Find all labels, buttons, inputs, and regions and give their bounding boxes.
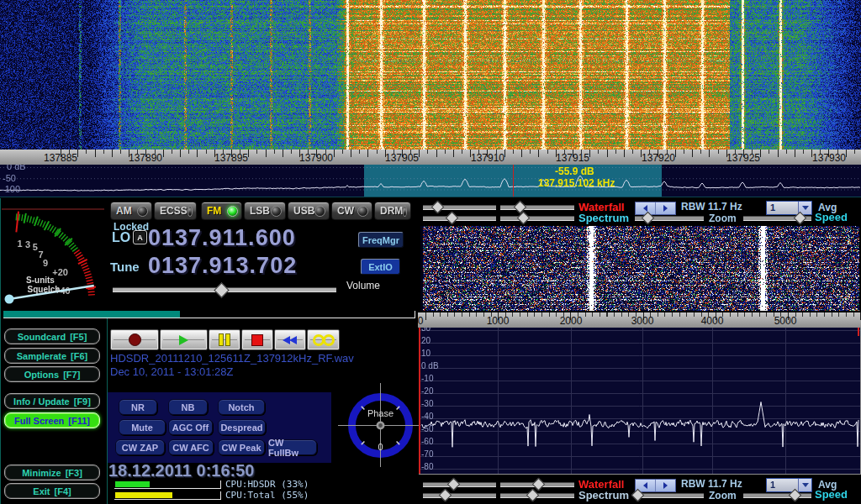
- wav-filename: HDSDR_20111210_125611Z_137912kHz_RF.wav: [110, 352, 354, 365]
- waterfall-contrast-slider-2[interactable]: [500, 479, 574, 490]
- slider-thumb[interactable]: [446, 212, 459, 225]
- slider-thumb[interactable]: [641, 212, 654, 225]
- mode-lsb-button[interactable]: LSB: [244, 202, 286, 220]
- mode-ecss-button[interactable]: ECSS: [154, 202, 197, 220]
- pause-button[interactable]: [209, 329, 240, 350]
- spectrum-range-slider[interactable]: [500, 213, 574, 223]
- phase-value: 0: [338, 442, 423, 452]
- mute-button[interactable]: Mute: [119, 419, 166, 435]
- slider-thumb[interactable]: [631, 489, 645, 502]
- audio-waterfall-display[interactable]: [420, 226, 859, 311]
- cw-zap-button[interactable]: CW ZAP: [115, 439, 165, 455]
- spectrum-range-slider-2[interactable]: [500, 490, 574, 501]
- af-db-label: -60: [421, 437, 433, 446]
- button-fkey: [F7]: [63, 370, 80, 380]
- rewind-button[interactable]: [274, 329, 306, 350]
- stop-button[interactable]: [241, 329, 273, 350]
- speed-slider[interactable]: [743, 213, 811, 223]
- cw-peak-button[interactable]: CW Peak: [218, 439, 265, 455]
- squelch-label: Squelch: [0, 285, 87, 294]
- spectrum-gain-slider-2[interactable]: [423, 490, 496, 501]
- slider-thumb[interactable]: [517, 212, 531, 225]
- options-button[interactable]: Options[F7]: [4, 366, 100, 382]
- speed-label: Speed: [815, 211, 848, 223]
- waterfall-brightness-slider-2[interactable]: [423, 479, 496, 490]
- cpu-hdsdr-bar: [114, 480, 221, 489]
- waterfall-contrast-slider[interactable]: [500, 202, 574, 213]
- play-button[interactable]: [160, 329, 208, 350]
- soundcard-button[interactable]: Soundcard[F5]: [4, 328, 100, 344]
- zoom-slider[interactable]: [635, 213, 704, 223]
- rf-frequency-scale[interactable]: 137885 137890 137895 137900 137905 13791…: [0, 150, 861, 165]
- lo-sync-button[interactable]: A: [133, 230, 147, 244]
- cpu-total-fill: [115, 492, 172, 498]
- slider-thumb[interactable]: [514, 201, 527, 214]
- notch-button[interactable]: Notch: [218, 399, 265, 415]
- rf-waterfall-display[interactable]: [0, 0, 861, 150]
- info-update-button[interactable]: Info / Update[F9]: [4, 393, 100, 409]
- nb-button[interactable]: NB: [168, 399, 208, 415]
- record-button[interactable]: [110, 329, 159, 350]
- slider-thumb[interactable]: [532, 478, 546, 491]
- rbw-label: RBW 11.7 Hz: [681, 201, 742, 213]
- mode-usb-button[interactable]: USB: [288, 202, 330, 220]
- full-screen-button[interactable]: Full Screen[F11]: [4, 412, 100, 428]
- rf-spectrum-display[interactable]: [0, 165, 861, 197]
- rf-freq-tick: 137920: [642, 152, 675, 164]
- chevron-down-icon: [802, 206, 809, 210]
- mode-drm-button[interactable]: DRM: [374, 202, 411, 220]
- agc-button[interactable]: AGC Off: [168, 419, 213, 435]
- arrow-left-icon: [643, 482, 647, 489]
- zoom-slider-2[interactable]: [635, 490, 704, 501]
- arrow-right-icon: [663, 205, 668, 212]
- audio-frequency-scale[interactable]: 0 1000 2000 3000 4000 5000: [418, 312, 861, 328]
- slider-thumb[interactable]: [526, 489, 540, 502]
- button-label: Exit: [33, 486, 50, 496]
- slider-thumb[interactable]: [446, 478, 460, 491]
- mode-am-button[interactable]: AM: [110, 202, 152, 220]
- minimize-button[interactable]: Minimize[F3]: [4, 465, 100, 480]
- chevron-down-icon: [802, 483, 809, 487]
- mode-fm-button[interactable]: FM: [201, 202, 242, 220]
- zoom-label: Zoom: [709, 213, 737, 224]
- stop-icon: [251, 334, 263, 346]
- audio-spectrum-display[interactable]: [419, 328, 860, 474]
- waterfall-brightness-slider[interactable]: [423, 202, 496, 213]
- freqmgr-button[interactable]: FreqMgr: [358, 232, 404, 248]
- mode-label: DRM: [380, 205, 403, 217]
- af-db-label: -70: [421, 449, 433, 459]
- cw-afc-button[interactable]: CW AFC: [168, 439, 214, 455]
- slider-thumb[interactable]: [794, 212, 807, 225]
- playback-progress-track[interactable]: [3, 311, 415, 318]
- af-db-label: 0 dB: [421, 361, 439, 370]
- lo-label: LO: [112, 230, 130, 245]
- rf-freq-tick: 137885: [44, 152, 77, 164]
- button-label: Info / Update: [13, 396, 70, 407]
- rf-freq-tick: 137930: [812, 152, 846, 164]
- slider-thumb[interactable]: [431, 201, 445, 214]
- spectrum-label-2: Spectrum: [578, 489, 629, 501]
- samplerate-button[interactable]: Samplerate[F6]: [4, 348, 100, 364]
- mode-led-icon: [188, 206, 193, 217]
- phase-label: Phase: [338, 408, 423, 418]
- speed-slider-2[interactable]: [743, 490, 811, 501]
- rf-freq-tick: 137895: [214, 152, 248, 164]
- slider-thumb[interactable]: [439, 489, 452, 502]
- rf-freq-tick: 137905: [385, 152, 419, 164]
- tune-frequency-display[interactable]: 0137.913.702: [148, 253, 297, 279]
- lo-frequency-display[interactable]: 0137.911.600: [148, 225, 296, 251]
- af-db-label: -20: [421, 386, 433, 396]
- spectrum-gain-slider[interactable]: [423, 213, 496, 223]
- nr-button[interactable]: NR: [119, 399, 157, 415]
- cw-fullbw-button[interactable]: CW FullBw: [267, 439, 317, 455]
- button-fkey: [F11]: [68, 416, 90, 426]
- loop-button[interactable]: [307, 329, 340, 350]
- slider-thumb[interactable]: [788, 489, 801, 502]
- slider-thumb[interactable]: [214, 282, 229, 297]
- despread-button[interactable]: Despread: [218, 419, 266, 435]
- volume-slider[interactable]: [113, 283, 336, 294]
- exit-button[interactable]: Exit[F4]: [4, 483, 100, 499]
- volume-label: Volume: [346, 280, 380, 291]
- extio-button[interactable]: ExtIO: [361, 259, 400, 275]
- mode-cw-button[interactable]: CW: [331, 202, 372, 220]
